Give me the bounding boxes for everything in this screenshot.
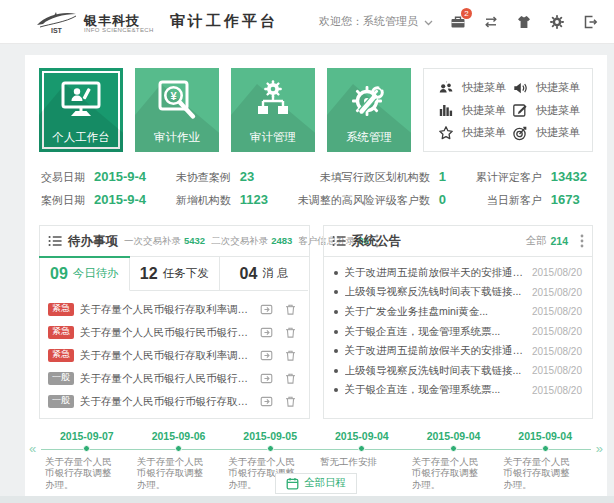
todo-row[interactable]: 一般 关于存量个人民币银行币银行存取利率调整... (48, 390, 301, 413)
quick-menu-item[interactable]: 快捷菜单 (438, 80, 512, 96)
message-count-badge: 2 (461, 8, 472, 19)
quick-menu-item[interactable]: 快捷菜单 (512, 80, 586, 96)
bar-chart-icon (438, 102, 454, 118)
stat-label: 当日新客户 (476, 193, 542, 208)
trash-icon[interactable] (284, 372, 297, 385)
quick-menu-item[interactable]: 快捷菜单 (512, 125, 586, 141)
welcome-text: 欢迎您：系统管理员 (319, 14, 418, 29)
stat-group-institutions: 未填写行政区划机构数 1 未调整的高风险评级客户数 0 (298, 169, 446, 208)
gear-orgchart-icon (250, 78, 296, 122)
page-title: 审计工作平台 (170, 12, 278, 31)
stat-value: 2015-9-4 (94, 169, 146, 184)
trash-icon[interactable] (284, 349, 297, 362)
summary-stats: 交易日期 2015-9-4 案例日期 2015-9-4 未协查案例 23 新增机… (39, 169, 593, 208)
stat-value: 1673 (551, 192, 587, 207)
tab-messages[interactable]: 04 消 息 (220, 257, 309, 291)
profile-shirt-button[interactable] (516, 14, 532, 30)
timeline-entry[interactable]: 2015-09-06 关于存量个人民币银行存取调整办理。 (133, 430, 225, 491)
todo-row[interactable]: 紧急 关于存量个人民币银行存取利率调整... (48, 344, 301, 367)
tile-personal-workbench[interactable]: 个人工作台 (39, 68, 123, 152)
archive-icon[interactable] (260, 395, 273, 408)
company-logo: IST 银丰科技 INFO SCIENCE&TECH (34, 10, 154, 34)
company-subtitle: INFO SCIENCE&TECH (84, 27, 154, 33)
announcement-row[interactable]: 关于广发金业务挂盘mini黄金... 2015/08/20 (334, 302, 583, 322)
quick-menu-label: 快捷菜单 (536, 80, 580, 95)
all-schedule-button[interactable]: 全部日程 (275, 473, 357, 494)
timeline-entry[interactable]: 2015-09-07 关于存量个人民币银行存取调整办理。 (41, 430, 133, 491)
user-menu[interactable]: 欢迎您：系统管理员 (319, 14, 433, 29)
settings-gear-button[interactable] (549, 14, 565, 30)
trash-icon[interactable] (284, 395, 297, 408)
edit-icon (512, 102, 528, 118)
priority-badge: 紧急 (48, 326, 74, 339)
todo-row[interactable]: 一般 关于存量个人民币银行人民币银行存取利率调整... (48, 367, 301, 390)
tab-today-todo[interactable]: 09 今日待办 (40, 257, 130, 291)
priority-badge: 紧急 (48, 303, 74, 316)
bullet (334, 290, 338, 294)
audit-magnifier-icon: ¥ (154, 78, 200, 122)
quick-menu-item[interactable]: 快捷菜单 (438, 102, 512, 118)
todo-list: 紧急 关于存量个人民币银行存取利率调整... 紧急 关于存量个人人民币银行民币银… (40, 291, 309, 418)
bullet (334, 349, 338, 353)
stat-value: 2015-9-4 (94, 192, 146, 207)
company-name: 银丰科技 (84, 14, 154, 28)
top-header: IST 银丰科技 INFO SCIENCE&TECH 审计工作平台 欢迎您：系统… (0, 0, 614, 44)
bottom-strip (0, 496, 614, 503)
timeline-dot (83, 445, 90, 452)
stat-label: 未协查案例 (176, 170, 231, 185)
timeline-entry[interactable]: 2015-09-04 关于存量个人民币银行存取调整办理。 (408, 430, 500, 491)
todo-tabs: 09 今日待办 12 任务下发 04 消 息 (40, 256, 309, 291)
tile-audit-management[interactable]: 审计管理 (231, 68, 315, 152)
stat-value: 0 (439, 192, 446, 207)
announcement-row[interactable]: 关于改进周五提前放假半天的安排通知... 2015/08/20 (334, 263, 583, 283)
people-icon (438, 80, 454, 96)
priority-badge: 紧急 (48, 349, 74, 362)
announcement-list: 关于改进周五提前放假半天的安排通知... 2015/08/20 上级领导视察反洗… (324, 256, 593, 404)
monitor-user-icon (58, 78, 104, 122)
tile-label: 审计作业 (135, 130, 219, 145)
archive-icon[interactable] (260, 349, 273, 362)
announcement-row[interactable]: 关于银企直连，现金管理系统票... 2015/08/20 (334, 322, 583, 342)
todo-counter: 一次交易补录 5432 (124, 235, 205, 248)
kebab-menu-icon[interactable] (580, 234, 584, 248)
switch-button[interactable] (483, 14, 499, 30)
timeline-dot (450, 445, 457, 452)
todo-row[interactable]: 紧急 关于存量个人人民币银行民币银行存取利率调整... (48, 321, 301, 344)
trash-icon[interactable] (284, 303, 297, 316)
announcements-all-link[interactable]: 全部 214 (525, 234, 572, 248)
timeline-entry[interactable]: 2015-09-04 关于存量个人民币银行存取调整办理。 (499, 430, 591, 491)
stat-label: 交易日期 (41, 170, 85, 185)
todo-row[interactable]: 紧急 关于存量个人民币银行存取利率调整... (48, 298, 301, 321)
stat-value: 13432 (551, 169, 587, 184)
stat-value: 1 (439, 169, 446, 184)
announcement-row[interactable]: 关于改进周五提前放假半天的安排通知... 2015/08/20 (334, 341, 583, 361)
archive-icon[interactable] (260, 372, 273, 385)
messages-button[interactable]: 2 (450, 14, 466, 30)
todo-title: 关于存量个人民币银行存取利率调整... (80, 349, 254, 363)
announcements-count: 214 (550, 235, 568, 247)
svg-text:¥: ¥ (170, 90, 177, 102)
priority-badge: 一般 (48, 395, 74, 408)
announcement-row[interactable]: 上级领导视察反洗钱时间表下载链接... 2015/08/20 (334, 361, 583, 381)
stat-label: 未填写行政区划机构数 (298, 170, 430, 185)
tab-task-dispatch[interactable]: 12 任务下发 (130, 257, 220, 291)
logo-abbr-text: IST (51, 27, 63, 34)
stat-value: 1123 (240, 192, 268, 207)
quick-menu-label: 快捷菜单 (536, 125, 580, 140)
announcement-row[interactable]: 上级领导视察反洗钱时间表下载链接... 2015/08/20 (334, 283, 583, 303)
archive-icon[interactable] (260, 303, 273, 316)
list-icon (48, 234, 62, 248)
todo-title: 关于存量个人民币银行人民币银行存取利率调整... (80, 372, 254, 386)
archive-icon[interactable] (260, 326, 273, 339)
quick-menu-item[interactable]: 快捷菜单 (438, 125, 512, 141)
tile-system-management[interactable]: 系统管理 (327, 68, 411, 152)
quick-menu-label: 快捷菜单 (462, 125, 506, 140)
tile-audit-operation[interactable]: ¥ 审计作业 (135, 68, 219, 152)
announcement-row[interactable]: 关于银企直连，现金管理系统票... 2015/08/20 (334, 381, 583, 401)
quick-menu-item[interactable]: 快捷菜单 (512, 102, 586, 118)
trash-icon[interactable] (284, 326, 297, 339)
todo-counter: 二次交易补录 2483 (211, 235, 292, 248)
logout-button[interactable] (582, 14, 598, 30)
stat-group-dates: 交易日期 2015-9-4 案例日期 2015-9-4 (41, 169, 146, 208)
priority-badge: 一般 (48, 372, 74, 385)
